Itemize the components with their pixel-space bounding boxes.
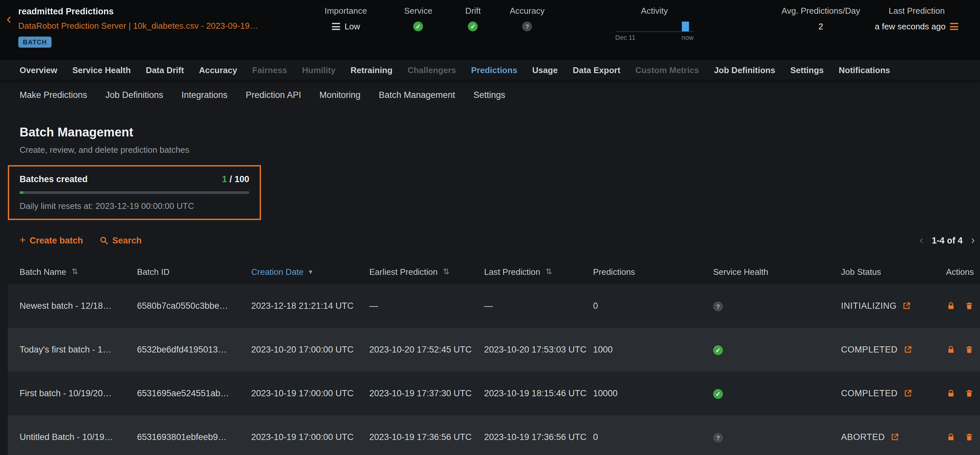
sort-icon: ⇅ [443,267,450,276]
column-header-earliest-prediction[interactable]: Earliest Prediction ⇅ [369,267,484,276]
subtab-settings[interactable]: Settings [473,90,505,99]
service-health-icon [713,301,723,311]
subtab-monitoring: Monitoring [320,90,361,99]
batches-progress-fill [19,191,24,194]
creation-date-cell: 2023-10-19 17:00:00 UTC [251,432,369,442]
predictions-count-cell: 0 [593,432,713,442]
pagination: ‹ 1-4 of 4 › [920,235,975,246]
tab-accuracy[interactable]: Accuracy [199,65,237,75]
stat-avg-predictions-value: 2 [819,22,823,31]
deployment-title: readmitted Predictions [18,6,258,16]
lock-icon[interactable] [947,302,955,310]
subtab-batch-management[interactable]: Batch Management [379,90,455,99]
table-row: Newest batch - 12/18… 6580b7ca0550c3bbe…… [8,284,980,328]
column-label: Batch Name [19,267,66,276]
stat-service-label: Service [404,6,433,16]
tab-service-health[interactable]: Service Health [72,65,131,75]
tab-job-definitions[interactable]: Job Definitions [714,65,775,75]
subtab-integrations[interactable]: Integrations [181,90,228,99]
column-header-batch-id: Batch ID [137,267,251,276]
page-next-icon[interactable]: › [971,235,975,246]
stat-accuracy-label: Accuracy [510,6,545,16]
create-batch-button[interactable]: + Create batch [19,235,83,245]
trash-icon[interactable] [965,389,974,398]
batch-toolbar: + Create batch Search ‹ 1-4 of 4 › [19,235,975,246]
column-label: Earliest Prediction [369,267,438,276]
tab-data-export[interactable]: Data Export [573,65,620,75]
batch-badge: BATCH [18,37,51,48]
batches-used-count: 1 [222,174,227,184]
external-link-icon[interactable] [903,389,912,398]
deployment-subtitle[interactable]: DataRobot Prediction Server | 10k_diabet… [18,21,258,31]
earliest-prediction-cell: 2023-10-19 17:37:30 UTC [369,388,484,398]
stat-service: Service [404,6,433,31]
tab-custom-metrics: Custom Metrics [635,65,699,75]
tab-humility: Humility [302,65,336,75]
subtab-prediction-api[interactable]: Prediction API [246,90,301,99]
subtab-job-definitions[interactable]: Job Definitions [105,90,163,99]
tab-settings[interactable]: Settings [790,65,824,75]
service-health-cell [713,344,841,355]
service-health-cell [713,432,841,442]
tab-data-drift[interactable]: Data Drift [146,65,184,75]
stat-last-prediction-value: a few seconds ago [875,22,946,31]
column-label: Last Prediction [484,267,540,276]
tab-predictions[interactable]: Predictions [471,65,517,75]
job-status-cell: ABORTED [841,432,946,442]
batch-table: Batch Name ⇅ Batch ID Creation Date ▾ Ea… [8,259,980,455]
table-row: Today's first batch - 1… 6532be6dfd41950… [8,328,980,372]
last-prediction-cell: 2023-10-19 18:15:46 UTC [484,388,593,398]
batches-progress-track [19,191,249,194]
actions-cell [946,433,980,441]
actions-cell [946,302,980,310]
lock-icon[interactable] [947,345,955,354]
subtab-make-predictions[interactable]: Make Predictions [19,90,87,99]
tab-overview[interactable]: Overview [19,65,57,75]
table-row: First batch - 10/19/20… 6531695ae524551a… [8,372,980,415]
column-header-batch-name[interactable]: Batch Name ⇅ [19,267,137,276]
back-icon[interactable]: ‹ [6,12,11,26]
actions-cell [946,345,980,354]
stat-activity: Activity Dec 11 now [615,6,694,41]
tab-notifications[interactable]: Notifications [839,65,890,75]
sort-icon: ⇅ [72,267,78,276]
column-header-predictions: Predictions [593,267,713,276]
trash-icon[interactable] [965,345,974,354]
batch-id-cell: 6580b7ca0550c3bbe… [137,301,251,311]
menu-icon[interactable] [950,23,958,30]
column-header-creation-date[interactable]: Creation Date ▾ [251,267,369,276]
job-status-label: ABORTED [841,432,885,442]
lock-icon[interactable] [947,389,955,398]
column-label: Predictions [593,267,635,276]
batches-created-label: Batches created [19,174,88,184]
job-status-label: INITIALIZING [841,301,897,311]
creation-date-cell: 2023-10-20 17:00:00 UTC [251,345,369,354]
batch-name-cell: Today's first batch - 1… [19,345,137,354]
stat-avg-predictions-label: Avg. Predictions/Day [782,6,860,16]
trash-icon[interactable] [965,433,974,441]
lock-icon[interactable] [947,433,955,441]
earliest-prediction-cell: 2023-10-19 17:36:56 UTC [369,432,484,442]
activity-sparkline [615,22,694,32]
tab-challengers: Challengers [407,65,456,75]
external-link-icon[interactable] [903,345,912,354]
creation-date-cell: 2023-10-19 17:00:00 UTC [251,388,369,398]
activity-bar [682,22,689,31]
external-link-icon[interactable] [903,302,911,310]
batch-name-cell: Newest batch - 12/18… [19,301,137,311]
stat-last-prediction: Last Prediction a few seconds ago [875,6,959,31]
table-row: Untitled Batch - 10/19… 6531693801ebfeeb… [8,415,980,455]
tab-retraining[interactable]: Retraining [351,65,393,75]
page-prev-icon[interactable]: ‹ [920,235,923,246]
main-content: Batch Management Create, review, and del… [0,125,980,455]
trash-icon[interactable] [965,302,974,310]
primary-nav: Overview Service Health Data Drift Accur… [0,60,980,80]
importance-icon [331,23,340,30]
job-status-label: COMPLETED [841,388,897,398]
batch-id-cell: 6532be6dfd4195013… [137,345,251,354]
tab-usage[interactable]: Usage [532,65,558,75]
search-button[interactable]: Search [100,235,142,245]
column-header-last-prediction[interactable]: Last Prediction ⇅ [484,267,593,276]
column-header-service-health: Service Health [713,267,841,276]
external-link-icon[interactable] [891,433,899,441]
